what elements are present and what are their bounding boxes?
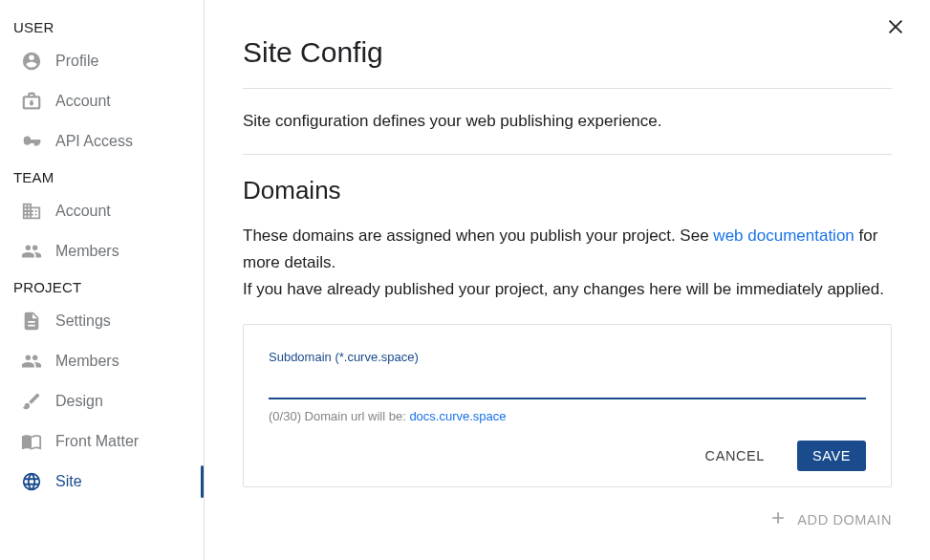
section-header-team: TEAM xyxy=(0,162,204,191)
add-domain-label: ADD DOMAIN xyxy=(797,512,892,528)
web-documentation-link[interactable]: web documentation xyxy=(713,226,854,245)
sidebar-item-label: Members xyxy=(55,243,119,260)
save-button[interactable]: SAVE xyxy=(797,441,866,471)
sidebar-item-label: Front Matter xyxy=(55,433,139,450)
brush-icon xyxy=(21,391,42,412)
group-icon xyxy=(21,351,42,372)
page-description: Site configuration defines your web publ… xyxy=(243,89,892,154)
sidebar-item-profile[interactable]: Profile xyxy=(0,41,204,81)
card-actions: CANCEL SAVE xyxy=(269,441,866,471)
divider xyxy=(243,154,892,155)
close-button[interactable] xyxy=(882,13,909,40)
subdomain-label: Subdomain (*.curve.space) xyxy=(269,350,866,364)
add-domain-button[interactable]: ADD DOMAIN xyxy=(243,508,892,530)
sidebar-item-api-access[interactable]: API Access xyxy=(0,121,204,162)
sidebar-item-label: Settings xyxy=(55,312,111,330)
book-open-icon xyxy=(21,431,42,452)
helper-url: docs.curve.space xyxy=(409,409,506,423)
sidebar-item-design[interactable]: Design xyxy=(0,381,204,421)
sidebar-item-team-members[interactable]: Members xyxy=(0,231,204,271)
sidebar-item-label: Site xyxy=(55,473,82,490)
svg-rect-3 xyxy=(37,142,40,145)
domains-description: These domains are assigned when you publ… xyxy=(243,223,892,303)
sidebar-item-settings[interactable]: Settings xyxy=(0,301,204,341)
cancel-button[interactable]: CANCEL xyxy=(690,441,780,471)
sidebar-item-label: API Access xyxy=(55,133,133,150)
domain-card: Subdomain (*.curve.space) (0/30) Domain … xyxy=(243,324,892,487)
sidebar-item-label: Design xyxy=(55,393,103,410)
user-circle-icon xyxy=(21,51,42,72)
sidebar-item-label: Account xyxy=(55,203,111,220)
sidebar-item-front-matter[interactable]: Front Matter xyxy=(0,421,204,462)
sidebar: USER Profile Account API Access TEAM Acc… xyxy=(0,0,205,560)
sidebar-item-site[interactable]: Site xyxy=(0,462,204,502)
section-header-user: USER xyxy=(0,11,204,41)
document-icon xyxy=(21,311,42,332)
svg-point-1 xyxy=(24,138,31,144)
subdomain-helper: (0/30) Domain url will be: docs.curve.sp… xyxy=(269,409,866,423)
page-title: Site Config xyxy=(243,36,892,69)
domain-icon xyxy=(21,201,42,222)
sidebar-item-account[interactable]: Account xyxy=(0,81,204,121)
group-icon xyxy=(21,241,42,262)
sidebar-item-project-members[interactable]: Members xyxy=(0,341,204,381)
section-header-project: PROJECT xyxy=(0,271,204,301)
main-content: Site Config Site configuration defines y… xyxy=(205,0,930,560)
sidebar-item-label: Profile xyxy=(55,53,98,70)
subdomain-input[interactable] xyxy=(269,368,866,399)
globe-icon xyxy=(21,471,42,492)
briefcase-icon xyxy=(21,91,42,112)
sidebar-item-team-account[interactable]: Account xyxy=(0,191,204,231)
plus-icon xyxy=(768,508,788,530)
domains-desc-text: These domains are assigned when you publ… xyxy=(243,226,713,245)
helper-prefix: (0/30) Domain url will be: xyxy=(269,409,409,423)
domains-desc-line2: If you have already published your proje… xyxy=(243,280,884,298)
domains-heading: Domains xyxy=(243,176,892,205)
key-icon xyxy=(21,131,42,152)
sidebar-item-label: Members xyxy=(55,353,119,370)
sidebar-item-label: Account xyxy=(55,93,111,110)
